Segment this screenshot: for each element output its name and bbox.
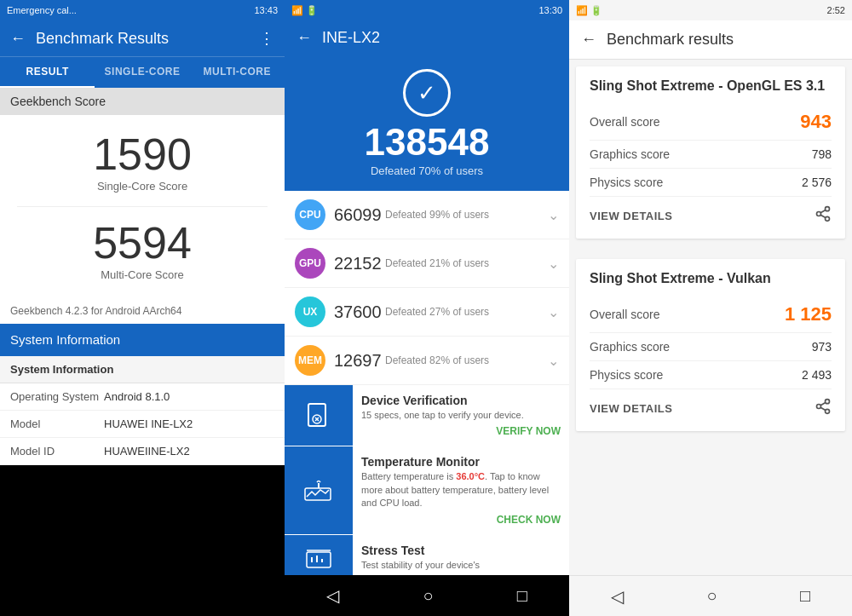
tabs-1: RESULT SINGLE-CORE MULTI-CORE [0,56,285,88]
overall-row-opengl: Overall score 943 [590,104,832,141]
chevron-icon-gpu: ⌄ [548,256,559,272]
header-3: ← Benchmark results [569,20,852,60]
promo-title-temperature: Temperature Monitor [361,455,561,469]
svg-point-15 [817,212,821,216]
physics-label-opengl: Physics score [590,176,663,189]
score-section: 1590 Single-Core Score 5594 Multi-Core S… [0,115,285,298]
status-time-3: 2:52 [827,5,845,15]
score-item-mem[interactable]: MEM 12697 Defeated 82% of users ⌄ [285,337,569,385]
view-details-button-vulkan[interactable]: VIEW DETAILS [590,402,672,415]
chevron-icon-ux: ⌄ [548,304,559,320]
info-row-modelid: Model ID HUAWEIINE-LX2 [0,438,285,465]
check-now-button[interactable]: CHECK NOW [361,514,561,526]
back-button-2[interactable]: ← [296,29,312,47]
back-button-3[interactable]: ← [581,31,596,49]
tab-multi-core[interactable]: MULTI-CORE [190,57,285,88]
promo-icon-stress [285,535,353,575]
physics-row-vulkan: Physics score 2 493 [590,361,832,389]
promo-icon-verification [285,385,353,446]
status-icons-2: 📶 🔋 [291,5,318,16]
promo-content-temperature: Temperature Monitor Battery temperature … [353,446,569,533]
geekbench-score-label: Geekbench Score [0,88,285,115]
svg-point-21 [826,409,830,413]
badge-ux: UX [295,296,325,327]
single-core-label: Single-Core Score [97,180,187,193]
svg-line-18 [820,210,826,212]
info-label-os: Operating System [10,390,104,403]
badge-gpu: GPU [295,248,325,279]
promo-content-verification: Device Verification 15 specs, one tap to… [353,385,569,446]
geekbench-version: Geekbench 4.2.3 for Android AArch64 [0,298,285,324]
sys-info-section-label: System Information [0,356,285,383]
svg-line-17 [820,215,826,217]
ux-score-text: Defeated 27% of users [385,306,548,318]
verify-now-button[interactable]: VERIFY NOW [361,425,561,437]
info-row-os: Operating System Android 8.1.0 [0,383,285,411]
tab-single-core[interactable]: SINGLE-CORE [95,57,189,88]
graphics-value-vulkan: 973 [812,340,832,354]
temp-value: 36.0°C [456,471,485,481]
badge-mem: MEM [295,345,325,376]
view-details-button-opengl[interactable]: VIEW DETAILS [590,210,672,222]
share-icon-opengl[interactable] [815,205,832,227]
nav-bar-3: ◁ ○ □ [569,575,852,616]
check-circle-icon: ✓ [403,69,451,117]
cpu-score-text: Defeated 99% of users [385,209,548,221]
mem-score-text: Defeated 82% of users [385,354,548,366]
status-emergency: Emergency cal... [7,5,77,15]
score-list: CPU 66099 Defeated 99% of users ⌄ GPU 22… [285,191,569,575]
mem-score-value: 12697 [334,351,385,371]
nav-recent-icon-3[interactable]: □ [800,586,810,606]
panel-antutu: 📶 🔋 13:30 ← INE-LX2 ✓ 138548 Defeated 70… [285,0,569,616]
ux-score-value: 37600 [334,302,385,322]
graphics-label-vulkan: Graphics score [590,340,670,354]
gpu-score-text: Defeated 21% of users [385,257,548,269]
svg-point-14 [826,207,830,211]
single-core-score: 1590 [93,132,192,176]
multi-core-label: Multi-Core Score [101,268,184,281]
nav-back-icon[interactable]: ◁ [326,585,339,606]
card-title-vulkan: Sling Shot Extreme - Vulkan [590,271,832,286]
share-icon-vulkan[interactable] [815,398,832,419]
promo-desc-verification: 15 specs, one tap to verify your device. [361,409,561,422]
svg-point-20 [817,405,821,409]
status-time-2: 13:30 [538,5,562,15]
total-score: 138548 [365,124,490,161]
sys-info-header: System Information [0,324,285,356]
back-button-1[interactable]: ← [10,30,26,48]
panel-geekbench: Emergency cal... 13:43 ← Benchmark Resul… [0,0,285,616]
graphics-label-opengl: Graphics score [590,147,670,161]
status-bar-3: 📶 🔋 2:52 [569,0,852,20]
svg-line-22 [820,407,826,410]
chevron-icon-mem: ⌄ [548,353,559,369]
status-bar-2: 📶 🔋 13:30 [285,0,569,20]
tab-result[interactable]: RESULT [0,57,95,88]
sys-info-header-text: System Information [10,332,120,347]
info-row-model: Model HUAWEI INE-LX2 [0,411,285,438]
promo-desc-stress: Test stability of your device's [361,559,561,572]
header-1: ← Benchmark Results ⋮ [0,20,285,56]
header-2: ← INE-LX2 [285,20,569,55]
score-item-gpu[interactable]: GPU 22152 Defeated 21% of users ⌄ [285,239,569,288]
status-icons-3: 📶 🔋 [576,5,602,16]
score-item-ux[interactable]: UX 37600 Defeated 27% of users ⌄ [285,288,569,337]
multi-core-score: 5594 [93,221,192,265]
menu-icon-1[interactable]: ⋮ [259,29,274,48]
nav-home-icon-3[interactable]: ○ [706,586,717,606]
panel-3dmark: 📶 🔋 2:52 ← Benchmark results Sling Shot … [569,0,852,616]
promo-content-stress: Stress Test Test stability of your devic… [353,535,569,575]
svg-point-16 [826,216,830,221]
result-card-opengl: Sling Shot Extreme - OpenGL ES 3.1 Overa… [576,66,845,239]
device-name: INE-LX2 [322,29,380,47]
score-item-cpu[interactable]: CPU 66099 Defeated 99% of users ⌄ [285,191,569,239]
info-label-modelid: Model ID [10,445,104,458]
nav-recent-icon[interactable]: □ [517,586,527,606]
nav-back-icon-3[interactable]: ◁ [611,586,624,607]
status-bar-1: Emergency cal... 13:43 [0,0,285,20]
score-divider [17,206,268,207]
black-area-1 [0,465,285,616]
promo-device-verification: Device Verification 15 specs, one tap to… [285,385,569,446]
svg-line-23 [820,402,826,405]
nav-home-icon[interactable]: ○ [423,586,433,606]
overall-row-vulkan: Overall score 1 125 [590,296,832,333]
